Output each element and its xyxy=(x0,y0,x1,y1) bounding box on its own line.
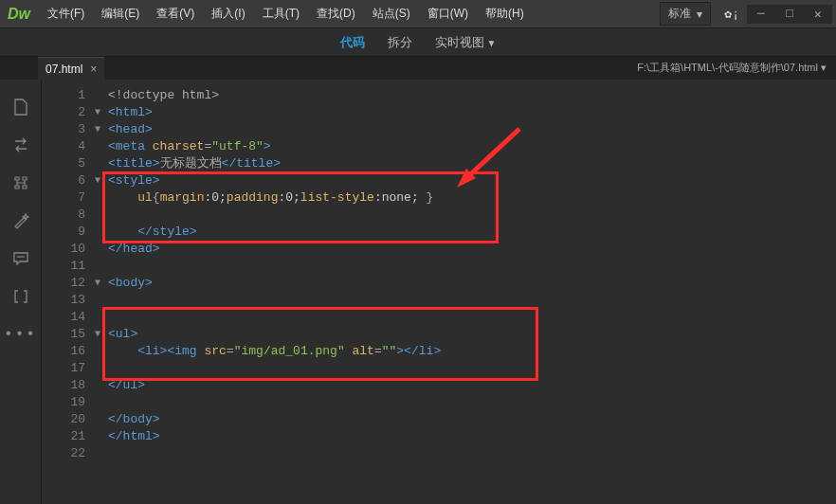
line-number: 9 xyxy=(42,224,91,241)
code-token: 无标题文档 xyxy=(160,156,222,171)
file-path: F:\工具箱\HTML\-代码随意制作\07.html ▾ xyxy=(627,57,836,80)
app-logo: Dw xyxy=(8,6,30,23)
title-bar: Dw 文件(F) 编辑(E) 查看(V) 插入(I) 工具(T) 查找(D) 站… xyxy=(0,0,836,28)
code-token: <!doctype html> xyxy=(108,88,219,102)
chevron-down-icon: ▾ xyxy=(697,8,702,21)
line-number: 17 xyxy=(42,360,91,377)
line-number: 1 xyxy=(42,87,91,104)
line-number: 16 xyxy=(42,343,91,360)
line-number: 15 xyxy=(42,326,91,343)
line-number: 20 xyxy=(42,411,91,428)
menu-file[interactable]: 文件(F) xyxy=(40,2,92,26)
close-button[interactable]: ✕ xyxy=(804,5,832,24)
view-switcher: 代码 拆分 实时视图▼ xyxy=(0,28,836,57)
code-token: <li> xyxy=(137,344,167,358)
line-gutter: 1 2 3 4 5 6 7 8 9 10 11 12 13 14 15 16 1… xyxy=(42,80,91,504)
code-token: </li> xyxy=(404,344,441,358)
code-content[interactable]: <!doctype html> <html> <head> <meta char… xyxy=(108,87,836,462)
menu-bar: 文件(F) 编辑(E) 查看(V) 插入(I) 工具(T) 查找(D) 站点(S… xyxy=(40,2,532,26)
menu-tools[interactable]: 工具(T) xyxy=(255,2,307,26)
line-number: 22 xyxy=(42,445,91,462)
code-token: alt xyxy=(345,344,374,358)
menu-find[interactable]: 查找(D) xyxy=(309,2,363,26)
line-number: 3 xyxy=(42,121,91,138)
line-number: 5 xyxy=(42,155,91,172)
settings-button[interactable]: ✿¡ xyxy=(724,7,739,22)
transfer-icon[interactable] xyxy=(12,136,29,153)
line-number: 8 xyxy=(42,207,91,224)
window-controls: ─ □ ✕ xyxy=(747,5,832,24)
code-editor[interactable]: 1 2 3 4 5 6 7 8 9 10 11 12 13 14 15 16 1… xyxy=(42,80,836,504)
code-token: <head> xyxy=(108,122,153,136)
workspace-label: 标准 xyxy=(668,6,691,22)
chevron-down-icon: ▾ xyxy=(821,62,827,73)
view-live[interactable]: 实时视图▼ xyxy=(435,34,497,51)
code-token: <title> xyxy=(108,156,160,171)
code-token: </head> xyxy=(108,242,160,256)
more-icon[interactable]: ••• xyxy=(12,326,29,343)
line-number: 19 xyxy=(42,394,91,411)
code-token: :none; xyxy=(374,190,427,205)
workspace-selector[interactable]: 标准 ▾ xyxy=(660,2,711,26)
line-number: 21 xyxy=(42,428,91,445)
line-number: 12 xyxy=(42,275,91,292)
menu-view[interactable]: 查看(V) xyxy=(149,2,202,26)
code-token: :0; xyxy=(204,190,226,205)
code-token: > xyxy=(264,139,271,153)
fold-marker[interactable]: ▼ xyxy=(91,275,104,292)
fold-marker[interactable]: ▼ xyxy=(91,121,104,138)
file-icon[interactable] xyxy=(12,99,29,116)
menu-help[interactable]: 帮助(H) xyxy=(478,2,532,26)
tab-07-html[interactable]: 07.html × xyxy=(38,57,104,80)
line-number: 2 xyxy=(42,104,91,121)
menu-edit[interactable]: 编辑(E) xyxy=(94,2,147,26)
tab-close-button[interactable]: × xyxy=(90,63,97,76)
line-number: 6 xyxy=(42,172,91,189)
main-area: ••• 1 2 3 4 5 6 7 8 9 10 11 12 13 14 15 … xyxy=(0,80,836,504)
view-code[interactable]: 代码 xyxy=(340,34,365,51)
view-split[interactable]: 拆分 xyxy=(388,34,412,51)
menu-window[interactable]: 窗口(W) xyxy=(420,2,476,26)
line-number: 13 xyxy=(42,292,91,309)
menu-site[interactable]: 站点(S) xyxy=(365,2,418,26)
minimize-button[interactable]: ─ xyxy=(747,5,775,24)
code-token: </ul> xyxy=(108,378,145,392)
code-token: padding xyxy=(227,190,279,205)
line-number: 4 xyxy=(42,138,91,155)
line-number: 18 xyxy=(42,377,91,394)
tool-sidebar: ••• xyxy=(0,80,42,504)
code-token: <html> xyxy=(108,105,153,119)
chevron-down-icon: ▼ xyxy=(487,38,497,48)
view-live-label: 实时视图 xyxy=(435,35,484,49)
fold-marker[interactable]: ▼ xyxy=(91,326,104,343)
line-number: 11 xyxy=(42,258,91,275)
code-token: ul xyxy=(108,190,153,205)
wand-icon[interactable] xyxy=(12,212,29,229)
code-token: = xyxy=(374,344,382,358)
code-token: <img xyxy=(167,344,196,358)
code-token: src xyxy=(197,344,227,358)
code-token: </title> xyxy=(222,156,281,171)
line-number: 10 xyxy=(42,241,91,258)
code-token: margin xyxy=(160,190,205,205)
tab-label: 07.html xyxy=(45,63,82,76)
file-path-text: F:\工具箱\HTML\-代码随意制作\07.html xyxy=(637,62,818,73)
code-token: <body> xyxy=(108,276,153,290)
fold-marker[interactable]: ▼ xyxy=(91,104,104,121)
code-token: "" xyxy=(382,344,397,358)
code-token: "img/ad_01.png" xyxy=(234,344,345,358)
maximize-button[interactable]: □ xyxy=(775,5,804,24)
code-token: list-style xyxy=(300,190,374,205)
code-token: <ul> xyxy=(108,327,137,341)
comment-icon[interactable] xyxy=(12,250,29,267)
fold-marker[interactable]: ▼ xyxy=(91,172,104,189)
line-number: 7 xyxy=(42,189,91,207)
code-token: charset xyxy=(145,139,204,153)
code-token xyxy=(108,344,137,358)
code-token: </body> xyxy=(108,412,160,426)
brackets-icon[interactable] xyxy=(12,288,29,305)
hierarchy-icon[interactable] xyxy=(12,174,29,191)
menu-insert[interactable]: 插入(I) xyxy=(204,2,252,26)
code-token: { xyxy=(153,190,160,205)
code-token: :0; xyxy=(278,190,300,205)
